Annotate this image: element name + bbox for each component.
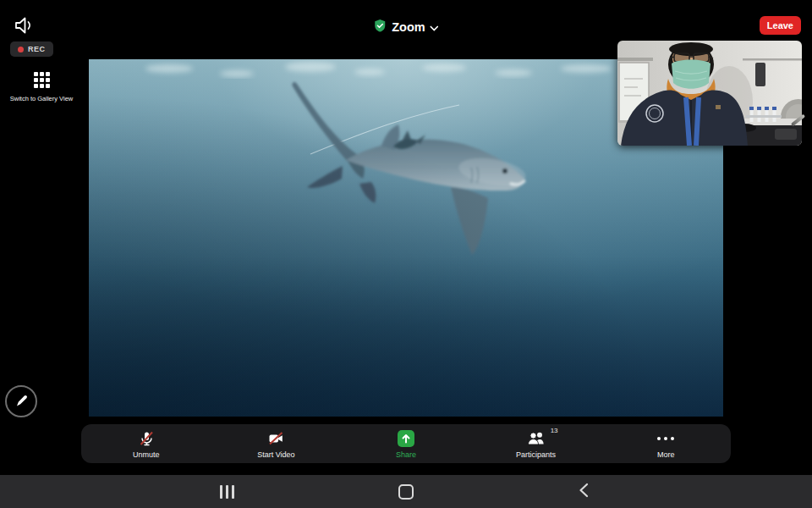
speaker-icon: [12, 14, 34, 39]
android-navigation-bar: [0, 475, 812, 508]
home-button[interactable]: [391, 475, 421, 508]
unmute-label: Unmute: [133, 450, 160, 459]
audio-output-button[interactable]: [10, 14, 36, 39]
camera-muted-icon: [267, 430, 284, 447]
share-button[interactable]: Share: [341, 424, 471, 463]
start-video-button[interactable]: Start Video: [211, 424, 342, 463]
recording-dot-icon: [18, 47, 24, 52]
back-chevron-icon: [579, 483, 589, 500]
screen: { "top_bar": { "rec_label": "REC", "gall…: [0, 0, 812, 508]
annotate-button[interactable]: [5, 385, 37, 417]
gallery-view-label: Switch to Gallery View: [10, 95, 73, 102]
home-icon: [398, 484, 414, 500]
meeting-toolbar: Unmute Start Video Share: [81, 424, 731, 463]
pencil-icon: [14, 393, 29, 410]
participants-count-badge: 13: [551, 427, 558, 434]
recording-indicator: REC: [10, 41, 53, 57]
more-label: More: [657, 450, 675, 459]
meeting-title-button[interactable]: Zoom: [368, 18, 443, 36]
recent-apps-icon: [220, 485, 234, 499]
recording-label: REC: [28, 45, 46, 53]
share-label: Share: [396, 450, 416, 459]
switch-to-gallery-view-button[interactable]: Switch to Gallery View: [0, 71, 83, 103]
wall-speaker: [755, 63, 765, 86]
participants-button[interactable]: 13 Participants: [471, 424, 601, 463]
more-button[interactable]: More: [601, 424, 731, 463]
gallery-grid-icon: [34, 72, 50, 88]
ellipsis-icon: [657, 430, 674, 447]
participants-label: Participants: [516, 450, 556, 459]
unmute-button[interactable]: Unmute: [81, 424, 211, 463]
back-button[interactable]: [568, 475, 599, 508]
self-view-video[interactable]: [617, 41, 802, 146]
meeting-title: Zoom: [392, 20, 425, 34]
recent-apps-button[interactable]: [211, 475, 242, 508]
chevron-down-icon: [431, 21, 439, 34]
leave-button[interactable]: Leave: [760, 16, 801, 35]
share-screen-icon: [398, 430, 414, 447]
encryption-shield-icon: [373, 19, 387, 36]
start-video-label: Start Video: [257, 450, 294, 459]
participants-icon: 13: [527, 430, 546, 447]
microphone-muted-icon: [138, 430, 155, 447]
